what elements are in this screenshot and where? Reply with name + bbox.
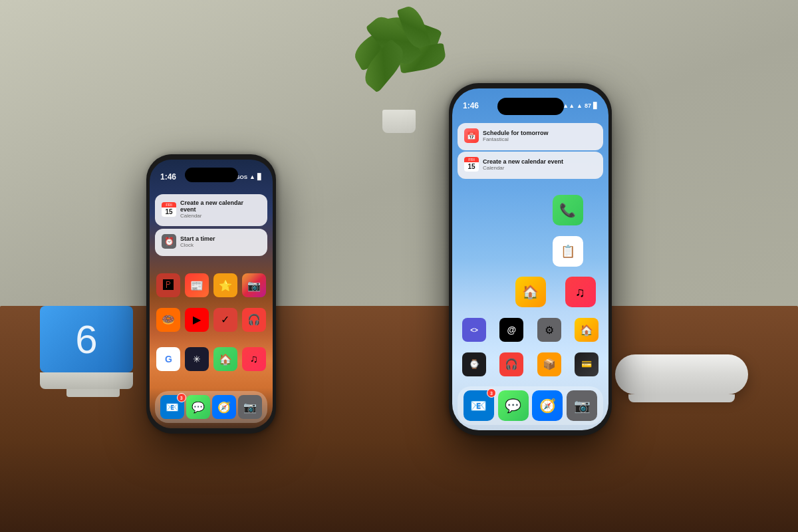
- google-icon: G: [156, 347, 180, 371]
- right-safari-icon: 🧭: [532, 390, 563, 421]
- artifact-icon: ✳: [185, 347, 209, 371]
- left-iphone[interactable]: 1:46 SOS ▲ ▊ FRI 15: [146, 154, 276, 434]
- messages-icon: 💬: [186, 395, 210, 419]
- right-time: 1:46: [463, 101, 479, 110]
- google-hub-device: 6: [40, 306, 146, 412]
- right-calendar-title: Create a new calendar event: [483, 158, 563, 165]
- home-icon: 🏠: [575, 318, 598, 342]
- todoist-icon: ✓: [213, 308, 237, 332]
- left-dock: 📧 3 💬 🧭 📷: [155, 391, 267, 423]
- left-signal: SOS: [236, 174, 247, 180]
- left-phone-screen: 1:46 SOS ▲ ▊ FRI 15: [150, 160, 273, 428]
- right-dynamic-island: [497, 98, 564, 115]
- right-cal-badge: FRI 15: [464, 157, 479, 172]
- left-dock-messages[interactable]: 💬: [186, 395, 210, 419]
- right-phone-screen: 1:46 ▲▲▲ ▲ 87 ▊ 📅 Schedule for tomorrow: [452, 88, 608, 430]
- left-notif-1-subtitle: Calendar: [180, 213, 261, 219]
- right-dock-camera[interactable]: 📷: [567, 390, 597, 421]
- right-battery-text: 87: [585, 102, 591, 109]
- mona-icon: <>: [462, 318, 486, 342]
- instagram-icon: 📷: [242, 273, 266, 297]
- right-outlook-badge: 3: [487, 388, 496, 398]
- threads-icon: @: [499, 318, 523, 342]
- left-notifications: FRI 15 Create a new calendar event Calen…: [150, 194, 273, 256]
- plant-decoration: [332, 13, 466, 146]
- outlook-icon: 📧 3: [160, 395, 184, 419]
- smarthome2-icon: 🏠: [515, 277, 546, 307]
- smarthome-icon: 🏠: [213, 347, 237, 371]
- left-notif-2-title: Start a timer: [180, 235, 215, 242]
- phone-icon: 📞: [553, 195, 583, 225]
- reminders-icon: 📋: [553, 236, 583, 267]
- left-notif-2-subtitle: Clock: [180, 242, 215, 248]
- right-calendar-notif[interactable]: FRI 15 Create a new calendar event Calen…: [458, 152, 603, 179]
- settings-icon: ⚙: [537, 318, 561, 342]
- left-dock-safari[interactable]: 🧭: [212, 395, 236, 419]
- left-dynamic-island: [185, 168, 238, 182]
- right-dock-outlook[interactable]: 📧 3: [464, 390, 494, 421]
- amazon-icon: 📦: [537, 352, 561, 376]
- camera-icon: 📷: [238, 395, 262, 419]
- right-wifi-icon: ▲: [577, 102, 583, 109]
- youtube-icon: ▶: [185, 308, 209, 332]
- left-cal-badge-1: FRI 15: [162, 202, 176, 217]
- dunkin-icon: 🍩: [156, 308, 180, 332]
- hub-number: 6: [75, 317, 97, 362]
- watch-icon: ⌚: [462, 352, 486, 376]
- pocket-icon: 🅿: [156, 273, 180, 297]
- music-icon: ♫: [242, 347, 266, 371]
- right-calendar-app: Calendar: [483, 165, 563, 171]
- right-dock: 📧 3 💬 🧭 📷: [458, 386, 603, 425]
- reeder-icon: ⭐: [213, 273, 237, 297]
- right-outlook-icon: 📧 3: [464, 390, 494, 421]
- news-icon: 📰: [185, 273, 209, 297]
- right-fantastical-title: Schedule for tomorrow: [483, 130, 549, 136]
- left-dock-camera[interactable]: 📷: [238, 395, 262, 419]
- left-time: 1:46: [160, 172, 176, 182]
- music2-icon: ♫: [565, 277, 596, 307]
- left-notif-2-icon: ⏰: [162, 234, 176, 249]
- right-messages-icon: 💬: [498, 390, 529, 421]
- right-fantastical-app: Fantastical: [483, 136, 549, 142]
- fantastical-icon: 📅: [464, 128, 479, 143]
- left-notif-1[interactable]: FRI 15 Create a new calendar event Calen…: [155, 194, 267, 226]
- outlook-badge: 3: [177, 393, 186, 402]
- left-notif-2[interactable]: ⏰ Start a timer Clock: [155, 229, 267, 256]
- router-device: [615, 354, 748, 402]
- right-camera-icon: 📷: [567, 390, 597, 421]
- scene-background: 6 1:46 SOS ▲ ▊: [0, 0, 798, 532]
- right-iphone[interactable]: 1:46 ▲▲▲ ▲ 87 ▊ 📅 Schedule for tomorrow: [449, 83, 612, 436]
- left-battery-icon: ▊: [257, 174, 262, 180]
- left-wifi-icon: ▲: [249, 174, 255, 180]
- left-status-icons: SOS ▲ ▊: [236, 174, 262, 180]
- pocketcasts-icon: 🎧: [242, 308, 266, 332]
- right-dock-messages[interactable]: 💬: [498, 390, 529, 421]
- right-fantastical-notif[interactable]: 📅 Schedule for tomorrow Fantastical: [458, 123, 603, 150]
- right-dock-safari[interactable]: 🧭: [532, 390, 563, 421]
- left-notif-1-title: Create a new calendar event: [180, 200, 261, 213]
- pocketcasts2-icon: 🎧: [499, 352, 523, 376]
- left-dock-outlook[interactable]: 📧 3: [160, 395, 184, 419]
- safari-icon: 🧭: [212, 395, 236, 419]
- right-battery-icon: ▊: [593, 102, 598, 109]
- wallet-icon: 💳: [575, 352, 598, 376]
